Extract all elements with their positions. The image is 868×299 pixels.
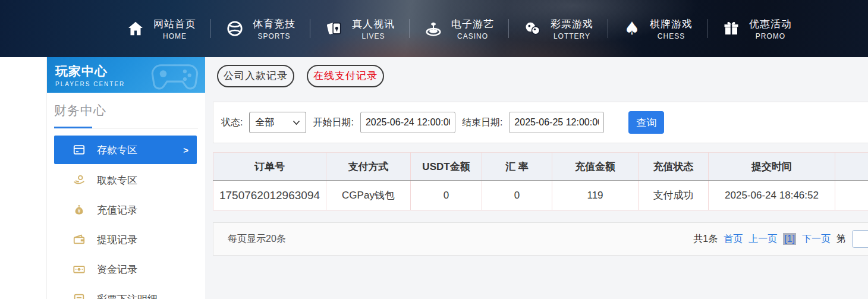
- nav-item-sports[interactable]: 体育竞技 SPORTS: [225, 17, 295, 40]
- first-page-link[interactable]: 首页: [724, 233, 743, 246]
- nav-item-chess[interactable]: ♠ 棋牌游戏 CHESS: [622, 17, 693, 40]
- lottery-balls-icon: [523, 19, 542, 38]
- col-payment-method: 支付方式: [326, 153, 411, 181]
- table-row: 1750762012963094 CGPay钱包 0 0 119 支付成功 20…: [213, 181, 868, 210]
- col-recharge-status: 充值状态: [639, 153, 709, 181]
- nav-label-zh: 棋牌游戏: [650, 17, 693, 31]
- status-select-value: 全部: [255, 117, 274, 129]
- nav-label-zh: 彩票游戏: [551, 17, 593, 31]
- sidebar-item-label: 资金记录: [97, 263, 137, 276]
- money-bag-icon: ¥: [72, 203, 86, 217]
- section-underline: [54, 127, 198, 128]
- cell-submit-time: 2025-06-24 18:46:52: [709, 181, 835, 210]
- nav-item-casino[interactable]: 电子游艺 CASINO: [424, 17, 494, 40]
- nav-item-lottery[interactable]: 彩票游戏 LOTTERY: [523, 17, 593, 40]
- sports-ball-icon: [225, 19, 244, 38]
- nav-divider: [508, 19, 509, 38]
- cell-usdt-amount: 0: [411, 181, 482, 210]
- col-remark: 备注: [835, 153, 868, 181]
- nav-divider: [310, 19, 310, 38]
- sidebar-item-withdraw[interactable]: 取款专区: [47, 165, 205, 195]
- cell-remark: [835, 181, 868, 210]
- main-content: 公司入款记录 在线支付记录 状态: 全部 开始日期: 结束日期: 查询: [205, 57, 868, 299]
- col-usdt-amount: USDT金额: [411, 153, 482, 181]
- prev-page-link[interactable]: 上一页: [749, 233, 777, 246]
- left-gutter: [0, 57, 46, 299]
- sidebar-menu: 存款专区 > 取款专区 ¥ 充值记录: [47, 136, 205, 299]
- nav-label-zh: 电子游艺: [451, 17, 494, 31]
- sidebar-item-label: 取款专区: [97, 174, 137, 187]
- sidebar-item-recharge-record[interactable]: ¥ 充值记录: [47, 195, 205, 225]
- top-banner: 网站首页 HOME 体育竞技 SPORTS: [0, 0, 868, 57]
- payment-records-table: 订单号 支付方式 USDT金额 汇 率 充值金额 充值状态 提交时间 备注 17…: [213, 152, 868, 210]
- pagination-bar: 每页显示20条 共1条 首页 上一页 [1] 下一页 第: [213, 222, 868, 256]
- jump-page-input[interactable]: [852, 230, 868, 248]
- table-header-row: 订单号 支付方式 USDT金额 汇 率 充值金额 充值状态 提交时间 备注: [213, 153, 868, 181]
- finance-section: 财务中心: [47, 93, 205, 128]
- sidebar-item-deposit[interactable]: 存款专区 >: [54, 136, 197, 164]
- tab-company-deposit-records[interactable]: 公司入款记录: [217, 65, 294, 87]
- nav-label-en: CHESS: [658, 32, 685, 40]
- playing-cards-icon: [325, 19, 344, 38]
- page-size-text: 每页显示20条: [228, 233, 286, 246]
- status-label: 状态:: [221, 117, 243, 129]
- sidebar-item-label: 提现记录: [97, 233, 137, 247]
- nav-label-en: LIVES: [361, 32, 385, 40]
- gift-icon: [722, 19, 741, 38]
- sidebar: 玩家中心 PLAYERS CENTER 财务中心: [46, 57, 205, 299]
- nav-label-en: SPORTS: [257, 32, 290, 40]
- nav-label-zh: 真人视讯: [352, 17, 395, 31]
- svg-text:¥: ¥: [77, 208, 80, 214]
- col-submit-time: 提交时间: [709, 153, 835, 181]
- hand-coin-icon: [72, 173, 86, 187]
- jump-page-label: 第: [836, 233, 846, 246]
- main-nav: 网站首页 HOME 体育竞技 SPORTS: [0, 17, 792, 40]
- chevron-right-icon: >: [183, 145, 188, 155]
- col-order-no: 订单号: [213, 153, 326, 181]
- sidebar-item-label: 彩票下注明细: [97, 292, 158, 299]
- record-tabs: 公司入款记录 在线支付记录: [217, 65, 868, 87]
- query-button[interactable]: 查询: [628, 111, 664, 134]
- sidebar-item-funds-record[interactable]: 资金记录: [47, 254, 205, 284]
- nav-label-zh: 优惠活动: [749, 17, 792, 31]
- nav-item-home[interactable]: 网站首页 HOME: [126, 17, 196, 40]
- spade-icon: ♠: [622, 19, 641, 38]
- cell-payment-method: CGPay钱包: [326, 181, 411, 210]
- start-date-label: 开始日期:: [313, 117, 353, 129]
- start-date-input[interactable]: [360, 112, 455, 133]
- next-page-link[interactable]: 下一页: [802, 233, 831, 246]
- sidebar-item-withdrawal-record[interactable]: 提现记录: [47, 225, 205, 254]
- nav-divider: [608, 19, 608, 38]
- cell-exchange-rate: 0: [482, 181, 552, 210]
- nav-label-zh: 网站首页: [153, 17, 196, 31]
- nav-item-promo[interactable]: 优惠活动 PROMO: [722, 17, 792, 40]
- home-icon: [126, 19, 145, 38]
- total-count-text: 共1条: [693, 233, 718, 246]
- wallet-icon: [72, 232, 86, 247]
- nav-label-en: LOTTERY: [553, 32, 590, 40]
- roulette-icon: [424, 19, 443, 38]
- col-exchange-rate: 汇 率: [482, 153, 552, 181]
- nav-divider: [707, 19, 707, 38]
- nav-label-en: PROMO: [756, 32, 785, 40]
- list-document-icon: [72, 292, 86, 299]
- cell-recharge-status: 支付成功: [639, 181, 709, 210]
- nav-label-zh: 体育竞技: [253, 17, 295, 31]
- finance-section-title: 财务中心: [54, 102, 198, 119]
- sidebar-item-lottery-bet-detail[interactable]: 彩票下注明细: [47, 284, 205, 299]
- sidebar-item-label: 充值记录: [97, 203, 137, 217]
- status-select[interactable]: 全部: [249, 112, 306, 133]
- nav-divider: [210, 19, 211, 38]
- tab-online-payment-records[interactable]: 在线支付记录: [307, 65, 384, 87]
- sidebar-item-label: 存款专区: [97, 143, 137, 157]
- chevron-down-icon: [293, 120, 300, 125]
- filter-bar: 状态: 全部 开始日期: 结束日期: 查询: [213, 102, 868, 143]
- nav-item-lives[interactable]: 真人视讯 LIVES: [325, 17, 395, 40]
- end-date-input[interactable]: [509, 112, 604, 133]
- nav-label-en: HOME: [163, 32, 187, 40]
- gamepad-icon: [149, 61, 200, 92]
- col-recharge-amount: 充值金额: [552, 153, 639, 181]
- deposit-card-icon: [72, 143, 86, 157]
- nav-label-en: CASINO: [457, 32, 488, 40]
- cell-order-no: 1750762012963094: [213, 181, 326, 210]
